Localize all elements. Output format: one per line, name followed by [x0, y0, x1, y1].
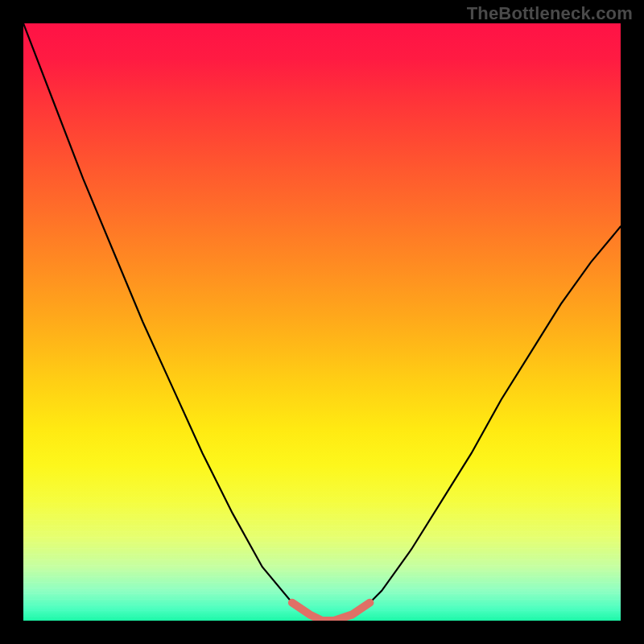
watermark-text: TheBottleneck.com [467, 3, 633, 24]
gradient-background [23, 23, 621, 621]
plot-area [23, 23, 621, 621]
chart-frame: TheBottleneck.com [0, 0, 644, 644]
